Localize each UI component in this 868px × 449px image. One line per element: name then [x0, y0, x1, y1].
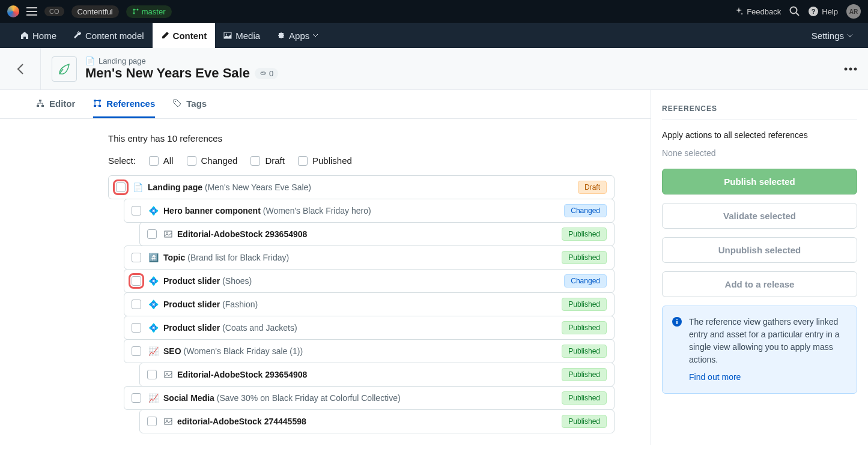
status-badge: Published	[562, 298, 607, 311]
references-sidebar: REFERENCES Apply actions to all selected…	[651, 90, 868, 445]
content-type-label: 📄 Landing page	[85, 56, 278, 65]
environment-badge[interactable]: master	[126, 5, 172, 18]
menu-icon[interactable]	[26, 7, 37, 16]
reference-row[interactable]: 💠Hero banner component (Women's Black Fr…	[124, 199, 615, 223]
row-checkbox[interactable]	[132, 323, 141, 333]
row-checkbox[interactable]	[132, 206, 141, 215]
row-checkbox[interactable]	[132, 253, 141, 262]
row-checkbox[interactable]	[132, 346, 141, 356]
image-icon	[164, 417, 172, 426]
more-actions-button[interactable]	[844, 67, 857, 71]
row-checkbox[interactable]	[132, 393, 141, 403]
image-icon	[164, 370, 172, 379]
diamond-icon: 💠	[148, 276, 159, 286]
row-checkbox[interactable]	[116, 182, 126, 192]
topbar: CO Contentful master Feedback ? Help AR	[0, 0, 868, 23]
publish-selected-button[interactable]: Publish selected	[662, 169, 857, 194]
reference-row[interactable]: 📈Social Media (Save 30% on Black Friday …	[124, 386, 615, 410]
info-text: The reference view gathers every linked …	[689, 317, 840, 364]
svg-rect-16	[94, 105, 96, 107]
filter-published[interactable]: Published	[298, 155, 352, 166]
row-checkbox[interactable]	[147, 417, 157, 426]
nav-settings[interactable]: Settings	[812, 31, 856, 41]
diamond-icon: 💠	[148, 206, 159, 215]
sparkle-icon	[735, 7, 743, 16]
search-icon[interactable]	[789, 6, 800, 17]
svg-rect-13	[41, 105, 44, 107]
contentful-logo-icon[interactable]	[7, 5, 19, 17]
filter-changed[interactable]: Changed	[187, 155, 238, 166]
link-count-badge[interactable]: 0	[255, 68, 278, 79]
page-title: Men's New Years Eve Sale 0	[85, 65, 278, 81]
space-badge[interactable]: Contentful	[71, 5, 119, 18]
nav-content[interactable]: Content	[153, 23, 216, 48]
row-checkbox[interactable]	[147, 370, 157, 379]
reference-row[interactable]: editorial-AdobeStock 274445598Published	[139, 409, 615, 433]
sitemap-icon	[36, 99, 44, 107]
help-link[interactable]: ? Help	[809, 7, 838, 16]
tab-tags[interactable]: Tags	[173, 90, 207, 118]
nav-apps[interactable]: Apps	[269, 23, 326, 48]
org-badge[interactable]: CO	[44, 7, 64, 16]
wrench-icon	[73, 31, 82, 40]
svg-rect-15	[99, 100, 101, 101]
sidebar-title: REFERENCES	[662, 104, 857, 119]
image-icon	[164, 230, 172, 238]
branch-icon	[132, 8, 139, 15]
row-name: (Shoes)	[222, 276, 252, 286]
diamond-icon: 💠	[148, 300, 159, 309]
back-button[interactable]	[0, 48, 41, 89]
svg-point-18	[175, 101, 176, 102]
link-icon	[259, 70, 267, 77]
row-type: Topic	[163, 253, 185, 262]
row-type: Hero banner component	[163, 206, 261, 215]
image-icon	[223, 31, 232, 40]
row-name: (Save 30% on Black Friday at Colorful Co…	[217, 393, 401, 403]
row-type: Product slider	[163, 300, 220, 309]
row-name: (Men's New Years Eve Sale)	[205, 182, 311, 192]
hash-icon: #️⃣	[148, 253, 159, 262]
validate-selected-button[interactable]: Validate selected	[662, 203, 857, 229]
reference-row[interactable]: 💠Product slider (Coats and Jackets)Publi…	[124, 316, 615, 340]
status-badge: Published	[562, 321, 607, 334]
reference-count-summary: This entry has 10 references	[108, 133, 615, 143]
reference-row[interactable]: Editorial-AdobeStock 293654908Published	[139, 363, 615, 387]
row-checkbox[interactable]	[132, 276, 141, 286]
reference-row[interactable]: 💠Product slider (Fashion)Published	[124, 292, 615, 316]
reference-row[interactable]: 📈SEO (Women's Black Friday sale (1))Publ…	[124, 339, 615, 363]
reference-row[interactable]: #️⃣Topic (Brand list for Black Friday)Pu…	[124, 246, 615, 270]
reference-row[interactable]: Editorial-AdobeStock 293654908Published	[139, 222, 615, 246]
diamond-icon: 💠	[148, 323, 159, 333]
chevron-down-icon	[313, 34, 318, 37]
svg-point-10	[854, 67, 857, 70]
find-out-more-link[interactable]: Find out more	[689, 371, 741, 384]
reference-row[interactable]: 💠Product slider (Shoes)Changed	[124, 269, 615, 293]
tab-references[interactable]: References	[93, 90, 155, 118]
svg-rect-17	[99, 105, 101, 107]
svg-point-22	[166, 373, 168, 374]
filter-draft[interactable]: Draft	[250, 155, 285, 166]
svg-point-7	[226, 34, 227, 35]
tab-editor[interactable]: Editor	[36, 90, 75, 118]
chart-icon: 📈	[148, 393, 159, 403]
unpublish-selected-button[interactable]: Unpublish selected	[662, 237, 857, 263]
row-name: (Women's Black Friday hero)	[263, 206, 371, 215]
row-checkbox[interactable]	[132, 300, 141, 309]
svg-point-3	[791, 7, 797, 14]
filter-all[interactable]: All	[149, 155, 174, 166]
avatar[interactable]: AR	[846, 4, 861, 19]
row-name: (Fashion)	[222, 300, 258, 309]
reference-row[interactable]: 📄Landing page (Men's New Years Eve Sale)…	[108, 175, 615, 199]
row-checkbox[interactable]	[147, 229, 157, 239]
nav-content-model[interactable]: Content model	[65, 23, 153, 48]
svg-point-8	[845, 67, 848, 70]
nav-media[interactable]: Media	[215, 23, 269, 48]
add-to-release-button[interactable]: Add to a release	[662, 271, 857, 297]
select-label: Select:	[108, 155, 136, 166]
selection-count: None selected	[662, 148, 857, 158]
svg-text:?: ?	[812, 8, 816, 15]
nav-home[interactable]: Home	[12, 23, 65, 48]
chart-icon: 📈	[148, 346, 159, 356]
row-type: Social Media	[163, 393, 214, 403]
feedback-link[interactable]: Feedback	[735, 7, 781, 16]
